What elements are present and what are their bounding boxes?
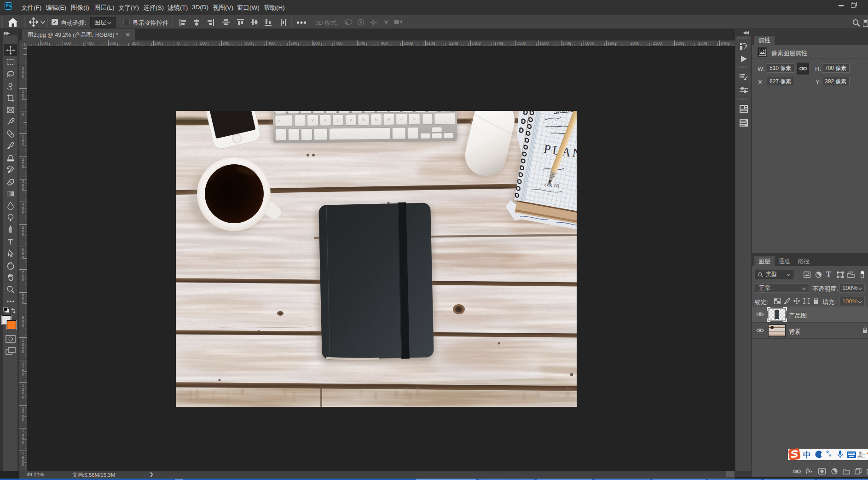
svg-text:⋄: ⋄ (278, 119, 280, 123)
svg-text:`: ` (299, 119, 301, 123)
svg-text:Y: Y (312, 118, 314, 122)
svg-text:X: X (324, 118, 327, 122)
svg-text:N: N (375, 118, 378, 122)
svg-text:C: C (337, 118, 340, 122)
svg-text:<: < (400, 117, 403, 121)
svg-text:B: B (362, 118, 365, 122)
svg-text:T: T (8, 237, 13, 246)
svg-text:V: V (350, 118, 353, 122)
svg-text:>: > (413, 117, 416, 121)
svg-text:M: M (388, 117, 391, 121)
